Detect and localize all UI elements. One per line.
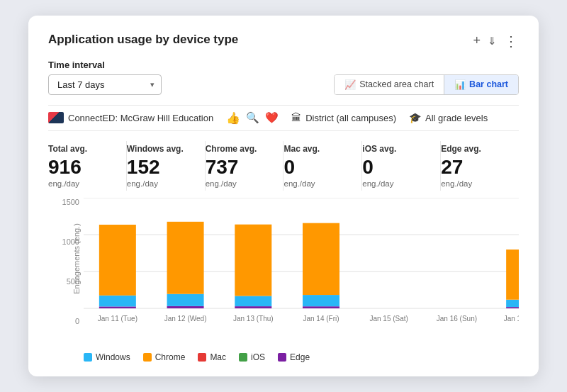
- district-filter: 🏛 District (all campuses): [291, 112, 396, 123]
- stat-windows-avg.: Windows avg. 152 eng./day: [127, 141, 206, 191]
- bar-segment-edge: [303, 307, 339, 309]
- bar-segment-chrome: [303, 223, 339, 295]
- legend-color-ios: [239, 353, 247, 362]
- y-tick-1500: 1500: [62, 198, 79, 206]
- time-interval-select-wrapper: Last 7 days Last 30 days Last 90 days ▾: [48, 74, 162, 95]
- stat-edge-avg.: Edge avg. 27 eng./day: [441, 141, 519, 191]
- stat-value: 737: [206, 157, 284, 179]
- bar-segment-chrome: [506, 250, 519, 300]
- stat-unit: eng./day: [127, 179, 205, 188]
- stat-label: Chrome avg.: [206, 144, 284, 154]
- download-icon[interactable]: ⇓: [488, 35, 497, 47]
- bar-chart-label: Bar chart: [469, 79, 508, 89]
- legend-color-chrome: [143, 353, 152, 362]
- stats-row: Total avg. 916 eng./day Windows avg. 152…: [48, 141, 519, 191]
- card-actions: + ⇓ ⋮: [473, 33, 519, 50]
- stat-chrome-avg.: Chrome avg. 737 eng./day: [206, 141, 284, 191]
- x-label-5: Jan 16 (Sun): [437, 315, 477, 323]
- x-label-1: Jan 12 (Wed): [164, 315, 207, 323]
- bar-segment-windows: [167, 294, 204, 306]
- stat-label: Windows avg.: [127, 144, 205, 154]
- stat-label: iOS avg.: [362, 144, 440, 154]
- bar-segment-chrome: [167, 222, 204, 294]
- legend-color-windows: [84, 353, 92, 362]
- filters-row: ConnectED: McGraw Hill Education 👍 🔍 ❤️ …: [48, 105, 519, 131]
- card-header: Application usage by device type + ⇓ ⋮: [48, 33, 519, 50]
- app-logo-icon: [48, 112, 64, 123]
- chart-type-buttons: 📈 Stacked area chart 📊 Bar chart: [334, 74, 519, 95]
- stacked-area-chart-button[interactable]: 📈 Stacked area chart: [335, 75, 444, 94]
- stat-label: Mac avg.: [284, 144, 361, 154]
- search-icon[interactable]: 🔍: [246, 111, 259, 124]
- stat-unit: eng./day: [48, 179, 126, 188]
- district-name: District (all campuses): [305, 113, 396, 123]
- y-tick-1000: 1000: [62, 237, 79, 246]
- time-interval-label: Time interval: [48, 60, 519, 70]
- legend-label-windows: Windows: [96, 352, 130, 362]
- bar-segment-windows: [303, 295, 339, 306]
- controls-row: Last 7 days Last 30 days Last 90 days ▾ …: [48, 74, 519, 95]
- grade-filter: 🎓 All grade levels: [409, 112, 488, 123]
- bar-segment-edge: [235, 306, 271, 308]
- y-tick-500: 500: [67, 277, 79, 286]
- chart-container: Engagements (eng.) 1500 1000 500 0 Jan 1…: [48, 198, 519, 347]
- x-label-6: Jan 17 (Mon): [504, 315, 519, 323]
- time-interval-select[interactable]: Last 7 days Last 30 days Last 90 days: [48, 74, 162, 95]
- bar-chart-button[interactable]: 📊 Bar chart: [444, 75, 518, 94]
- filter-icons: 👍 🔍 ❤️: [226, 111, 279, 125]
- heart-icon[interactable]: ❤️: [265, 111, 279, 124]
- y-axis-ticks: 1500 1000 500 0: [48, 198, 84, 325]
- legend-label-edge: Edge: [290, 352, 310, 362]
- legend-item-edge: Edge: [278, 352, 310, 362]
- card-title: Application usage by device type: [48, 33, 238, 47]
- stat-value: 0: [284, 157, 361, 179]
- legend-color-mac: [198, 353, 206, 362]
- legend-label-ios: iOS: [251, 352, 265, 362]
- main-card: Application usage by device type + ⇓ ⋮ T…: [28, 16, 539, 377]
- bar-segment-edge: [506, 308, 519, 309]
- x-label-4: Jan 15 (Sat): [369, 315, 408, 323]
- stat-mac-avg.: Mac avg. 0 eng./day: [284, 141, 362, 191]
- legend-row: Windows Chrome Mac iOS Edge: [48, 352, 519, 362]
- app-name: ConnectED: McGraw Hill Education: [68, 113, 213, 123]
- bar-segment-windows: [235, 296, 271, 307]
- building-icon: 🏛: [291, 112, 301, 123]
- x-label-0: Jan 11 (Tue): [98, 315, 137, 323]
- bar-segment-edge: [167, 306, 204, 308]
- stat-label: Total avg.: [48, 144, 126, 154]
- x-label-2: Jan 13 (Thu): [233, 315, 274, 323]
- legend-item-ios: iOS: [239, 352, 265, 362]
- stat-value: 916: [48, 157, 126, 179]
- stat-ios-avg.: iOS avg. 0 eng./day: [362, 141, 441, 191]
- stacked-area-icon: 📈: [344, 79, 356, 90]
- grade-name: All grade levels: [425, 113, 488, 123]
- stat-value: 27: [441, 157, 519, 179]
- stat-unit: eng./day: [206, 179, 284, 188]
- legend-color-edge: [278, 353, 286, 362]
- legend-label-mac: Mac: [210, 352, 226, 362]
- bar-segment-windows: [99, 296, 136, 307]
- x-label-3: Jan 14 (Fri): [303, 315, 339, 323]
- legend-item-mac: Mac: [198, 352, 226, 362]
- stat-value: 0: [362, 157, 440, 179]
- stat-value: 152: [127, 157, 205, 179]
- add-icon[interactable]: +: [473, 33, 481, 48]
- bar-segment-edge: [99, 307, 136, 309]
- y-tick-0: 0: [75, 317, 79, 325]
- stat-unit: eng./day: [441, 179, 519, 188]
- stacked-area-label: Stacked area chart: [359, 79, 434, 89]
- stat-unit: eng./day: [284, 179, 361, 188]
- graduation-icon: 🎓: [409, 112, 421, 123]
- legend-item-chrome: Chrome: [143, 352, 186, 362]
- app-filter: ConnectED: McGraw Hill Education: [48, 112, 213, 123]
- bar-segment-chrome: [99, 225, 136, 296]
- stat-label: Edge avg.: [441, 144, 519, 154]
- stat-total-avg.: Total avg. 916 eng./day: [48, 141, 127, 191]
- legend-label-chrome: Chrome: [155, 352, 186, 362]
- thumbs-up-icon[interactable]: 👍: [226, 111, 240, 125]
- more-icon[interactable]: ⋮: [504, 33, 519, 50]
- stat-unit: eng./day: [362, 179, 440, 188]
- bar-chart-svg: Jan 11 (Tue)Jan 12 (Wed)Jan 13 (Thu)Jan …: [84, 198, 519, 347]
- bar-segment-chrome: [235, 225, 271, 296]
- bar-segment-windows: [506, 300, 519, 307]
